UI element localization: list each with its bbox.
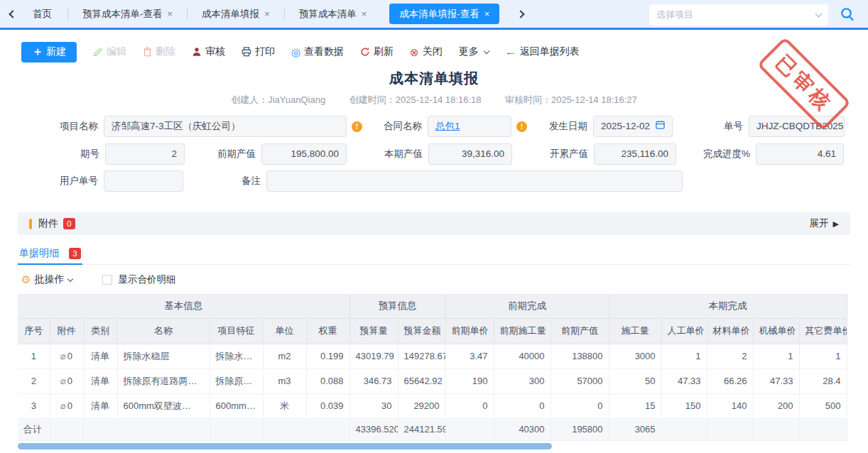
batch-ops-button[interactable]: 批操作	[34, 273, 64, 286]
tab-label: 成本清单填报-查看	[399, 8, 479, 21]
table-cell: 1	[661, 344, 707, 369]
contract-name-input[interactable]: 总包1	[428, 116, 511, 137]
table-total-cell	[117, 418, 210, 440]
tab-label: 成本清单填报	[202, 8, 259, 21]
acc-output-input[interactable]: 235,116.00	[594, 143, 676, 165]
info-icon[interactable]: !	[352, 121, 362, 132]
table-total-cell	[50, 418, 83, 440]
table-cell: 40000	[494, 344, 550, 369]
table-cell: 47.33	[753, 369, 799, 393]
tab-detail-lines[interactable]: 单据明细 3	[18, 244, 82, 265]
tab-budget-cost-list[interactable]: 预算成本清单 ×	[285, 0, 381, 29]
doc-meta: 创建人：JiaYuanQiang 创建时间：2025-12-14 18:16:1…	[0, 94, 868, 107]
more-button[interactable]: 更多	[459, 45, 489, 58]
expand-button[interactable]: 展开▶	[810, 217, 839, 230]
table-cell: 138800	[550, 344, 609, 369]
column-header: 项目特征	[210, 318, 263, 344]
show-total-price-checkbox[interactable]	[102, 275, 112, 285]
scroll-tabs-right-icon[interactable]	[517, 10, 525, 18]
table-total-cell: 合计	[18, 418, 50, 440]
table-row[interactable]: 3⌀0清单600mm双壁波…600mm…米0.03930292000001515…	[18, 393, 847, 418]
table-cell: 346.73	[349, 369, 398, 393]
close-circle-icon: ⊗	[410, 47, 419, 58]
audited-time-text: 审核时间：2025-12-14 18:16:27	[505, 94, 637, 105]
printer-icon	[242, 47, 251, 57]
prev-output-input[interactable]: 195,800.00	[261, 143, 347, 165]
doc-no-input[interactable]: JHJZ-CBQDTB2025	[749, 116, 845, 137]
close-button[interactable]: ⊗ 关闭	[410, 45, 443, 58]
table-cell: 66.26	[707, 369, 753, 393]
prev-output-label: 前期产值	[217, 148, 256, 160]
period-input[interactable]: 2	[105, 143, 185, 165]
close-tab-icon[interactable]: ×	[362, 9, 367, 19]
project-select[interactable]: 选择项目	[649, 4, 828, 26]
scroll-tabs-left-icon[interactable]	[9, 10, 16, 18]
period-label: 期号	[80, 148, 99, 160]
table-total-cell	[799, 418, 847, 440]
column-group-header: 前期完成	[445, 294, 609, 318]
trash-icon	[143, 47, 152, 57]
edit-button[interactable]: 编辑	[93, 45, 126, 58]
delete-button[interactable]: 删除	[143, 45, 175, 58]
chevron-down-icon[interactable]	[67, 276, 73, 282]
tab-label: 预算成本清单	[299, 8, 357, 21]
attachments-bar[interactable]: 附件 0 展开▶	[18, 212, 850, 235]
project-name-label: 项目名称	[60, 120, 98, 133]
progress-input[interactable]: 4.61	[756, 143, 844, 165]
tab-budget-cost-list-view[interactable]: 预算成本清单-查看 ×	[68, 0, 187, 29]
table-cell: m2	[263, 344, 306, 369]
user-no-input[interactable]	[104, 170, 183, 192]
show-total-price-label: 显示合价明细	[118, 273, 175, 286]
print-button[interactable]: 打印	[242, 45, 275, 58]
occur-date-input[interactable]: 2025-12-02	[593, 116, 673, 137]
calendar-icon[interactable]	[656, 116, 665, 136]
column-header: 施工量	[609, 318, 661, 344]
contract-link[interactable]: 总包1	[435, 116, 460, 136]
remark-input[interactable]	[266, 170, 683, 192]
paperclip-icon: ⌀	[60, 376, 66, 386]
tab-home[interactable]: 首页	[33, 8, 52, 21]
column-header: 预算量	[349, 318, 398, 344]
close-tab-icon[interactable]: ×	[264, 9, 270, 19]
column-header: 人工单价	[661, 318, 707, 344]
top-tab-bar: 首页 预算成本清单-查看 × 成本清单填报 × 预算成本清单 × 成本清单填报-…	[0, 0, 868, 30]
table-total-cell	[753, 418, 799, 440]
table-row[interactable]: 1⌀0清单拆除水稳层拆除水…m20.19943019.79149278.673.…	[18, 344, 847, 369]
page-title: 成本清单填报	[0, 69, 868, 88]
expand-arrow-icon: ▶	[833, 219, 839, 229]
table-cell: 3	[18, 393, 50, 418]
table-cell: 65642.92	[398, 369, 445, 393]
refresh-icon	[360, 47, 370, 57]
scrollbar-thumb[interactable]	[18, 443, 552, 449]
close-tab-icon[interactable]: ×	[168, 9, 173, 19]
audit-button[interactable]: 审核	[192, 45, 225, 58]
column-header: 机械单价	[753, 318, 799, 344]
tab-cost-list-fill[interactable]: 成本清单填报 ×	[188, 0, 284, 29]
search-icon[interactable]	[840, 6, 855, 25]
table-cell: 30	[349, 393, 398, 418]
back-arrow-icon: ←	[505, 46, 516, 58]
view-data-button[interactable]: ◎ 查看数据	[291, 45, 344, 58]
column-header: 附件	[50, 318, 83, 344]
close-tab-icon[interactable]: ×	[484, 9, 490, 19]
table-cell: 清单	[83, 369, 117, 393]
gear-icon: ⚙	[21, 273, 31, 286]
table-total-cell	[306, 418, 349, 440]
attachments-label: 附件	[38, 217, 58, 230]
table-cell: 600mm双壁波…	[117, 393, 210, 418]
info-icon[interactable]: !	[516, 121, 527, 132]
table-cell: 1	[799, 344, 847, 369]
contract-name-label: 合同名称	[384, 120, 422, 133]
table-cell: 米	[263, 393, 306, 418]
chevron-down-icon	[483, 48, 489, 54]
cur-output-input[interactable]: 39,316.00	[428, 143, 512, 165]
table-row[interactable]: 2⌀0清单拆除原有道路两…拆除原…m30.088346.7365642.9219…	[18, 369, 847, 393]
new-button[interactable]: ＋新建	[21, 42, 77, 62]
table-total-cell	[707, 418, 753, 440]
column-header: 前期施工量	[494, 318, 550, 344]
tab-cost-list-fill-view-active[interactable]: 成本清单填报-查看 ×	[389, 4, 499, 24]
refresh-button[interactable]: 刷新	[360, 45, 394, 58]
column-group-header: 基本信息	[18, 294, 349, 318]
back-to-list-button[interactable]: ← 返回单据列表	[505, 45, 580, 58]
project-name-input[interactable]: 济邹高速7-3工区（庆虹公司）	[104, 116, 347, 137]
